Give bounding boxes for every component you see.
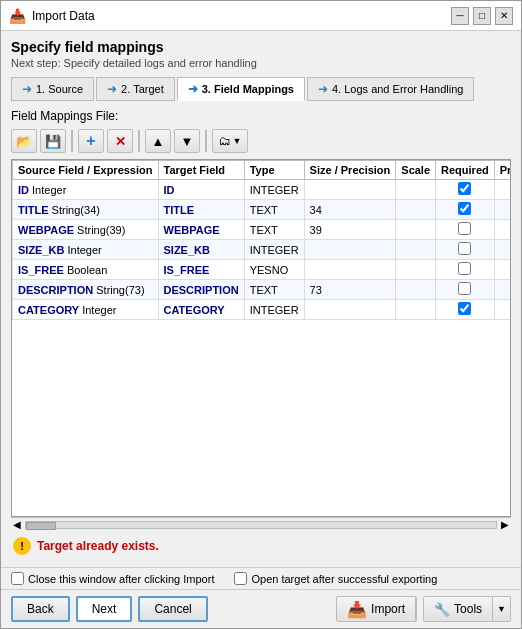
import-button-group[interactable]: 📥 Import	[336, 596, 417, 622]
cell-scale	[396, 300, 436, 320]
tab-logs-label: 4. Logs and Error Handling	[332, 83, 463, 95]
close-after-import-checkbox[interactable]	[11, 572, 24, 585]
cell-source: WEBPAGE String(39)	[13, 220, 159, 240]
cell-primary[interactable]	[494, 200, 511, 220]
cancel-button[interactable]: Cancel	[138, 596, 207, 622]
close-button[interactable]: ✕	[495, 7, 513, 25]
cell-primary[interactable]	[494, 180, 511, 200]
cell-required[interactable]	[436, 260, 495, 280]
open-after-export-option[interactable]: Open target after successful exporting	[234, 572, 437, 585]
import-label: Import	[371, 602, 405, 616]
cell-type: TEXT	[244, 200, 304, 220]
window-title: Import Data	[32, 9, 95, 23]
cell-required[interactable]	[436, 300, 495, 320]
open-button[interactable]: 📂	[11, 129, 37, 153]
col-primary: Primary Ke	[494, 161, 511, 180]
field-mappings-table: Source Field / Expression Target Field T…	[11, 159, 511, 517]
col-required: Required	[436, 161, 495, 180]
cell-scale	[396, 240, 436, 260]
maximize-button[interactable]: □	[473, 7, 491, 25]
warning-icon: !	[13, 537, 31, 555]
move-up-button[interactable]: ▲	[145, 129, 171, 153]
scroll-track[interactable]	[25, 521, 497, 529]
file-mappings-label: Field Mappings File:	[11, 109, 511, 123]
scroll-left-button[interactable]: ◀	[13, 519, 21, 530]
cell-size: 73	[304, 280, 396, 300]
tab-source-label: 1. Source	[36, 83, 83, 95]
cell-scale	[396, 200, 436, 220]
required-checkbox[interactable]	[458, 182, 471, 195]
scroll-thumb[interactable]	[26, 522, 56, 530]
import-tools-button[interactable]: 🗂 ▼	[212, 129, 248, 153]
cell-target: IS_FREE	[158, 260, 244, 280]
required-checkbox[interactable]	[458, 202, 471, 215]
cell-scale	[396, 260, 436, 280]
tab-source[interactable]: ➜ 1. Source	[11, 77, 94, 101]
tools-dropdown-arrow[interactable]: ▼	[493, 597, 510, 621]
cell-primary[interactable]	[494, 280, 511, 300]
bottom-buttons: Back Next Cancel 📥 Import 🔧 Tools ▼	[1, 589, 521, 628]
table-row[interactable]: IS_FREE BooleanIS_FREEYESNO	[13, 260, 512, 280]
cell-type: INTEGER	[244, 300, 304, 320]
cell-required[interactable]	[436, 200, 495, 220]
cell-type: TEXT	[244, 280, 304, 300]
tab-logs[interactable]: ➜ 4. Logs and Error Handling	[307, 77, 474, 101]
cell-primary[interactable]	[494, 220, 511, 240]
open-after-export-checkbox[interactable]	[234, 572, 247, 585]
tab-target[interactable]: ➜ 2. Target	[96, 77, 175, 101]
add-row-button[interactable]: +	[78, 129, 104, 153]
cell-source: DESCRIPTION String(73)	[13, 280, 159, 300]
minimize-button[interactable]: ─	[451, 7, 469, 25]
close-after-import-label: Close this window after clicking Import	[28, 573, 214, 585]
tools-button[interactable]: 🔧 Tools	[424, 597, 493, 621]
back-button[interactable]: Back	[11, 596, 70, 622]
cell-size	[304, 260, 396, 280]
close-after-import-option[interactable]: Close this window after clicking Import	[11, 572, 214, 585]
table-row[interactable]: SIZE_KB IntegerSIZE_KBINTEGER	[13, 240, 512, 260]
cell-size	[304, 300, 396, 320]
cell-primary[interactable]	[494, 300, 511, 320]
cell-type: YESNO	[244, 260, 304, 280]
cell-required[interactable]	[436, 220, 495, 240]
cell-size: 39	[304, 220, 396, 240]
horizontal-scrollbar[interactable]: ◀ ▶	[11, 517, 511, 531]
col-target: Target Field	[158, 161, 244, 180]
cell-size	[304, 180, 396, 200]
required-checkbox[interactable]	[458, 222, 471, 235]
table-row[interactable]: CATEGORY IntegerCATEGORYINTEGER	[13, 300, 512, 320]
save-button[interactable]: 💾	[40, 129, 66, 153]
required-checkbox[interactable]	[458, 242, 471, 255]
mapping-toolbar: 📂 💾 + ✕ ▲ ▼ 🗂 ▼	[11, 129, 511, 153]
cell-target: WEBPAGE	[158, 220, 244, 240]
import-tools-arrow: ▼	[233, 136, 242, 146]
required-checkbox[interactable]	[458, 282, 471, 295]
table-row[interactable]: TITLE String(34)TITLETEXT34	[13, 200, 512, 220]
page-subheading: Next step: Specify detailed logs and err…	[11, 57, 511, 69]
col-scale: Scale	[396, 161, 436, 180]
table-row[interactable]: ID IntegerIDINTEGER	[13, 180, 512, 200]
cell-primary[interactable]	[494, 240, 511, 260]
cell-required[interactable]	[436, 240, 495, 260]
wizard-tabs: ➜ 1. Source ➜ 2. Target ➜ 3. Field Mappi…	[11, 77, 511, 101]
tab-field-mappings[interactable]: ➜ 3. Field Mappings	[177, 77, 305, 101]
next-button[interactable]: Next	[76, 596, 133, 622]
table-row[interactable]: DESCRIPTION String(73)DESCRIPTIONTEXT73	[13, 280, 512, 300]
tab-field-mappings-label: 3. Field Mappings	[202, 83, 294, 95]
window-icon: 📥	[9, 8, 26, 24]
tools-button-group[interactable]: 🔧 Tools ▼	[423, 596, 511, 622]
cell-target: DESCRIPTION	[158, 280, 244, 300]
import-button[interactable]: 📥 Import	[337, 597, 416, 621]
move-down-button[interactable]: ▼	[174, 129, 200, 153]
table-row[interactable]: WEBPAGE String(39)WEBPAGETEXT39	[13, 220, 512, 240]
delete-row-button[interactable]: ✕	[107, 129, 133, 153]
warning-bar: ! Target already exists.	[11, 533, 511, 559]
cell-required[interactable]	[436, 280, 495, 300]
cell-required[interactable]	[436, 180, 495, 200]
bottom-options: Close this window after clicking Import …	[1, 567, 521, 589]
cell-type: INTEGER	[244, 240, 304, 260]
cell-size: 34	[304, 200, 396, 220]
cell-primary[interactable]	[494, 260, 511, 280]
required-checkbox[interactable]	[458, 262, 471, 275]
required-checkbox[interactable]	[458, 302, 471, 315]
scroll-right-button[interactable]: ▶	[501, 519, 509, 530]
